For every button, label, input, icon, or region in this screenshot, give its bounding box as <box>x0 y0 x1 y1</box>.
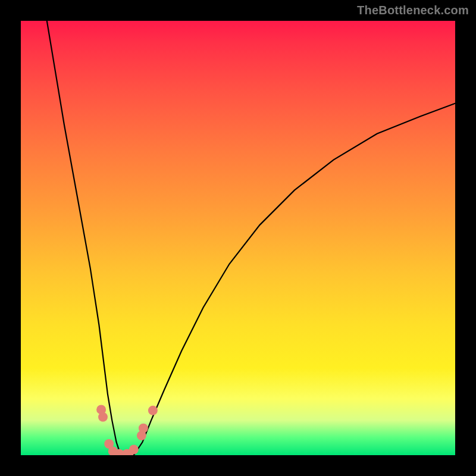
bottleneck-curve <box>21 21 455 455</box>
data-point <box>98 412 108 422</box>
data-point <box>139 424 148 433</box>
plot-area <box>21 21 455 455</box>
chart-frame: TheBottleneck.com <box>0 0 476 476</box>
watermark-text: TheBottleneck.com <box>357 4 469 17</box>
data-point <box>129 445 139 455</box>
data-point <box>148 406 158 415</box>
